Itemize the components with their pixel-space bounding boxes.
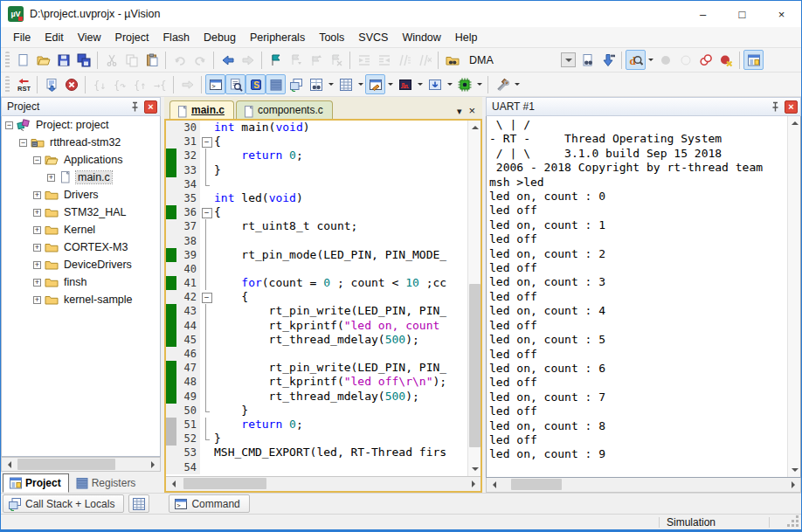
breakpoint-kill-all-button[interactable] xyxy=(716,50,736,70)
tree-item-devicedrivers[interactable]: +DeviceDrivers xyxy=(2,256,160,273)
tree-item-cortex-m3[interactable]: +CORTEX-M3 xyxy=(2,238,160,256)
watch-window-dropdown-icon[interactable] xyxy=(326,74,335,94)
tree-expander-icon[interactable]: + xyxy=(33,191,41,199)
tree-item-rtthread-stm32[interactable]: −rtthread-stm32 xyxy=(2,134,160,151)
menu-item-file[interactable]: File xyxy=(6,29,38,46)
comment-button[interactable] xyxy=(394,50,414,70)
copy-button[interactable] xyxy=(121,50,142,70)
close-document-icon[interactable]: × xyxy=(468,107,475,115)
minimize-button[interactable]: – xyxy=(683,1,722,27)
bookmark-clear-button[interactable] xyxy=(326,50,346,70)
code-line[interactable]: 48 rt_kprintf("led off\r\n"); xyxy=(166,375,467,389)
fold-collapse-icon[interactable] xyxy=(200,135,211,149)
navigate-back-button[interactable] xyxy=(218,50,238,70)
tree-expander-icon[interactable]: − xyxy=(19,139,27,147)
scroll-down-arrow[interactable] xyxy=(468,463,481,476)
tree-item-label[interactable]: DeviceDrivers xyxy=(62,259,134,271)
tree-item-label[interactable]: rtthread-stm32 xyxy=(48,136,122,149)
tree-expander-icon[interactable]: + xyxy=(33,244,41,252)
show-next-statement-button[interactable] xyxy=(177,74,197,94)
save-all-button[interactable] xyxy=(73,50,93,70)
unindent-button[interactable] xyxy=(374,50,394,70)
find-in-files-button[interactable] xyxy=(442,50,462,70)
indent-button[interactable] xyxy=(354,50,374,70)
bookmark-toggle-button[interactable] xyxy=(266,50,286,70)
scroll-left-arrow[interactable] xyxy=(2,458,16,471)
scroll-left-arrow[interactable] xyxy=(166,478,180,491)
fold-collapse-icon[interactable] xyxy=(200,205,211,219)
breakpoint-insert-button[interactable] xyxy=(655,50,675,70)
tree-item-label[interactable]: CORTEX-M3 xyxy=(62,241,129,253)
document-list-dropdown-icon[interactable]: ▾ xyxy=(457,107,462,115)
code-line[interactable]: 54 xyxy=(166,460,467,474)
panel-tab-registers[interactable]: Registers xyxy=(69,473,144,493)
call-stack-locals-tab[interactable]: Call Stack + Locals xyxy=(3,494,124,513)
tree-item-drivers[interactable]: +Drivers xyxy=(2,186,160,204)
scroll-thumb[interactable] xyxy=(511,479,562,490)
bookmark-next-button[interactable] xyxy=(286,50,306,70)
menu-item-help[interactable]: Help xyxy=(448,29,485,46)
registers-window-button[interactable] xyxy=(266,74,286,94)
search-combobox-dropdown-icon[interactable] xyxy=(561,52,576,67)
tree-item-label[interactable]: finsh xyxy=(62,276,88,288)
code-line[interactable]: 52} xyxy=(166,432,467,446)
serial-window-dropdown-icon[interactable] xyxy=(385,74,395,94)
code-line[interactable]: 50 } xyxy=(166,404,467,418)
trace-window-dropdown-icon[interactable] xyxy=(445,74,454,94)
menu-item-flash[interactable]: Flash xyxy=(156,29,197,46)
memory-window-button[interactable] xyxy=(128,494,149,513)
scroll-up-arrow[interactable] xyxy=(468,121,481,134)
tree-expander-icon[interactable]: − xyxy=(5,121,13,129)
code-line[interactable]: 35int led(void) xyxy=(166,191,467,205)
maximize-button[interactable]: □ xyxy=(722,1,762,27)
analysis-window-dropdown-icon[interactable] xyxy=(415,74,425,94)
project-window-toggle-button[interactable] xyxy=(743,50,764,70)
disassembly-window-button[interactable] xyxy=(225,74,245,94)
menu-item-project[interactable]: Project xyxy=(108,29,156,46)
code-line[interactable]: 33} xyxy=(166,163,467,177)
command-tab[interactable]: >_ Command xyxy=(169,494,249,513)
bookmark-prev-button[interactable] xyxy=(306,50,326,70)
tree-item-finsh[interactable]: +finsh xyxy=(2,273,160,291)
tree-expander-icon[interactable]: + xyxy=(33,261,41,269)
uart-horizontal-scrollbar[interactable] xyxy=(486,478,801,493)
menu-item-tools[interactable]: Tools xyxy=(312,29,351,46)
uart-vertical-scrollbar[interactable] xyxy=(787,116,800,477)
pin-icon[interactable] xyxy=(769,100,782,114)
uncomment-button[interactable] xyxy=(414,50,434,70)
scroll-right-arrow[interactable] xyxy=(786,479,800,492)
step-into-button[interactable]: {↓} xyxy=(89,74,109,94)
scroll-thumb[interactable] xyxy=(17,459,115,470)
incremental-find-button[interactable] xyxy=(598,50,618,70)
code-line[interactable]: 37 rt_uint8_t count; xyxy=(166,219,467,233)
memory-window-dropdown-icon[interactable] xyxy=(356,74,365,94)
tree-expander-icon[interactable]: + xyxy=(47,174,55,182)
menu-item-view[interactable]: View xyxy=(71,29,108,46)
tree-item-label[interactable]: Drivers xyxy=(62,189,100,201)
scroll-up-arrow[interactable] xyxy=(788,116,801,129)
watch-window-button[interactable] xyxy=(306,74,326,94)
scroll-thumb[interactable] xyxy=(183,478,266,489)
system-viewer-dropdown-icon[interactable] xyxy=(474,74,484,94)
code-line[interactable]: 32 return 0; xyxy=(166,149,467,162)
tree-item-main-c[interactable]: +main.c xyxy=(2,169,160,186)
menu-item-window[interactable]: Window xyxy=(395,29,447,46)
code-line[interactable]: 34 xyxy=(166,177,467,191)
memory-window-button[interactable] xyxy=(335,74,356,94)
panel-tab-project[interactable]: Project xyxy=(3,473,69,493)
code-line[interactable]: 53MSH_CMD_EXPORT(led, RT-Thread firs xyxy=(166,446,467,459)
menu-item-debug[interactable]: Debug xyxy=(197,29,243,46)
scroll-left-arrow[interactable] xyxy=(487,479,501,492)
project-panel-close-icon[interactable]: × xyxy=(144,100,157,114)
navigate-forward-button[interactable] xyxy=(238,50,258,70)
tree-item-label[interactable]: Kernel xyxy=(62,224,97,236)
trace-window-button[interactable] xyxy=(425,74,445,94)
code-line[interactable]: 42 { xyxy=(166,290,467,304)
command-window-button[interactable]: >_ xyxy=(205,74,225,94)
tree-item-label[interactable]: kernel-sample xyxy=(62,294,135,306)
tree-expander-icon[interactable]: + xyxy=(33,279,41,287)
scroll-right-arrow[interactable] xyxy=(146,458,160,471)
close-button[interactable]: × xyxy=(762,1,801,27)
code-line[interactable]: 44 rt_kprintf("led on, count xyxy=(166,319,467,333)
code-line[interactable]: 41 for(count = 0 ; count < 10 ;cc xyxy=(166,276,467,290)
